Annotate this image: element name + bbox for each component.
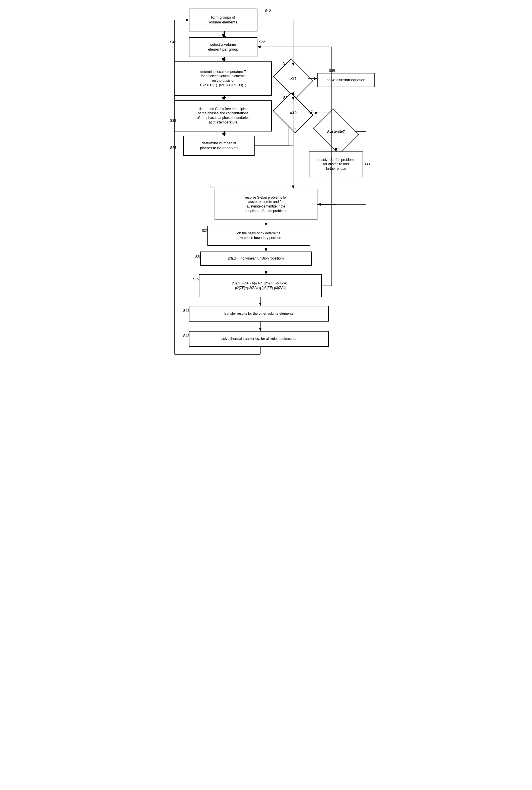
d1-diamond: >1? bbox=[278, 66, 309, 92]
s41-text: select a volume element per group bbox=[208, 42, 238, 52]
gibbs-box: determine Gibbs free enthalpies of the p… bbox=[175, 100, 272, 131]
d2-diamond: =3? bbox=[278, 100, 309, 126]
s26-label: S26 bbox=[329, 69, 335, 73]
s37-label: S37 bbox=[202, 229, 208, 233]
diffusion-box: solve diffusion equation bbox=[318, 73, 375, 87]
s40-text: form groups of volume elements bbox=[209, 15, 237, 25]
transfer-text: transfer results for the other volume el… bbox=[224, 312, 293, 316]
s40-box: form groups of volume elements bbox=[189, 8, 258, 32]
s40-label: S40 bbox=[265, 8, 270, 13]
s41-box: select a volume element per group bbox=[189, 37, 258, 57]
boundary-text: on the basis of δx determine new phase b… bbox=[236, 231, 281, 240]
gibbs-text: determine Gibbs free enthalpies of the p… bbox=[197, 107, 249, 125]
d3-label: Austenite? bbox=[327, 130, 345, 133]
d2-label: =3? bbox=[290, 111, 297, 115]
svg-text:−: − bbox=[310, 108, 313, 112]
s42-label: S42 bbox=[183, 309, 189, 313]
stefan-multi-box: resolve Stefan problems for austenite-fe… bbox=[214, 189, 318, 220]
stefan-single-text: resolve Stefan problem for austenite and… bbox=[318, 158, 354, 171]
p3-text: p3(ZF)=non-linear function (position) bbox=[228, 257, 284, 261]
transfer-box: transfer results for the other volume el… bbox=[189, 306, 329, 322]
phases-box: determine number of phases to be observe… bbox=[183, 136, 254, 156]
stefan-multi-text: resolve Stefan problems for austenite-fe… bbox=[245, 195, 287, 213]
p1p2-text: p1(ZF)=p1(ZA)-(1-q)·[p3(ZF)-p3(ZA)] p2(Z… bbox=[232, 281, 288, 290]
s29-label: S29 bbox=[364, 162, 370, 166]
svg-marker-5 bbox=[223, 97, 226, 99]
s23-label: S23 bbox=[170, 119, 176, 123]
d1-label: >1? bbox=[290, 76, 297, 81]
boundary-box: on the basis of δx determine new phase b… bbox=[207, 226, 310, 246]
p3-box: p3(ZF)=non-linear function (position) bbox=[200, 251, 312, 266]
stefan-single-box: resolve Stefan problem for austenite and… bbox=[309, 151, 363, 177]
thermal-box: solve thermal transfer eq. for all volum… bbox=[189, 331, 329, 347]
s41-label: S41 bbox=[170, 40, 176, 44]
s39-label: S39 bbox=[193, 277, 199, 281]
thermal-text: solve thermal transfer eq. for all volum… bbox=[222, 337, 296, 341]
local-temp-text: determine local temperature T for select… bbox=[200, 70, 246, 88]
svg-marker-7 bbox=[223, 133, 226, 136]
phases-text: determine number of phases to be observe… bbox=[200, 141, 238, 151]
local-temp-box: determine local temperature T for select… bbox=[175, 61, 272, 96]
diffusion-text: solve diffusion equation bbox=[327, 78, 365, 82]
flowchart: S40 form groups of volume elements S41 s… bbox=[166, 6, 366, 406]
s22-label: S22 bbox=[259, 40, 265, 44]
svg-marker-3 bbox=[223, 59, 226, 61]
s43-label: S43 bbox=[183, 334, 189, 338]
s38-label: S38 bbox=[194, 255, 201, 258]
s24-label: S24 bbox=[170, 146, 176, 150]
d3-diamond: Austenite? bbox=[318, 117, 355, 146]
p1p2-box: p1(ZF)=p1(ZA)-(1-q)·[p3(ZF)-p3(ZA)] p2(Z… bbox=[199, 275, 322, 297]
